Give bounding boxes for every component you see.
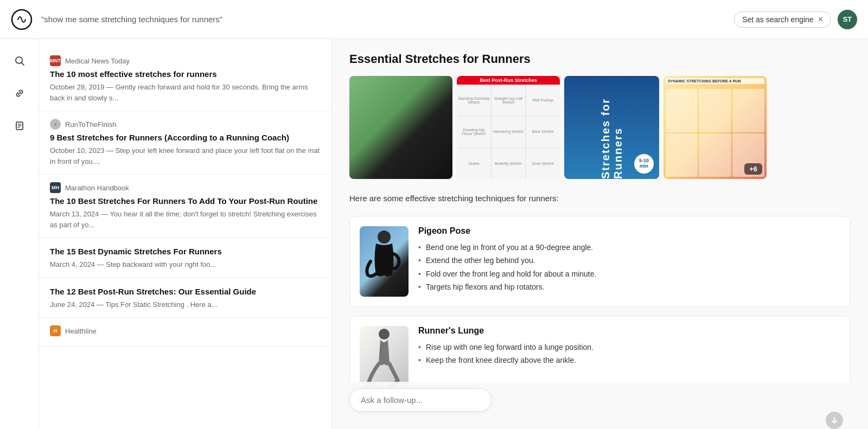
search-engine-label: Set as search engine — [742, 15, 814, 24]
result-source: H Healthline — [50, 325, 321, 336]
bullet-item: Rise up with one leg forward into a lung… — [418, 341, 840, 353]
note-icon-button[interactable] — [9, 115, 30, 137]
source-favicon: H — [50, 325, 61, 336]
result-item[interactable]: The 15 Best Dynamic Stretches For Runner… — [39, 238, 331, 278]
source-name: Healthline — [65, 327, 97, 335]
set-search-engine-pill[interactable]: Set as search engine × — [734, 11, 831, 28]
source-favicon: MH — [50, 182, 61, 193]
topbar: "show me some stretching techniques for … — [0, 0, 868, 39]
result-item[interactable]: H Healthline — [39, 318, 331, 347]
bullet-item: Keep the front knee directly above the a… — [418, 354, 840, 366]
result-item[interactable]: MH Marathon Handbook The 10 Best Stretch… — [39, 175, 331, 238]
result-title: The 10 most effective stretches for runn… — [50, 68, 321, 80]
bullet-item: Fold over the front leg and hold for abo… — [418, 268, 840, 280]
followup-submit-button[interactable] — [826, 412, 843, 429]
avatar[interactable]: ST — [838, 10, 857, 29]
content-title: Essential Stretches for Runners — [349, 52, 851, 66]
stretch-bullets: Rise up with one leg forward into a lung… — [418, 341, 840, 367]
result-title: The 12 Best Post-Run Stretches: Our Esse… — [50, 286, 321, 297]
search-icon-button[interactable] — [9, 50, 30, 72]
followup-wrapper — [349, 388, 851, 412]
search-query: "show me some stretching techniques for … — [41, 15, 725, 24]
source-favicon: ● — [50, 119, 61, 130]
source-favicon: MNT — [50, 55, 61, 66]
gallery-count: +6 — [749, 165, 757, 173]
result-snippet: October 10, 2023 — Step your left knee f… — [50, 145, 321, 167]
source-name: Marathon Handbook — [65, 184, 129, 192]
bullet-item: Bend one leg in front of you at a 90-deg… — [418, 241, 840, 253]
content-panel: Essential Stretches for Runners Best Pos… — [332, 39, 868, 429]
stretch-content: Pigeon Pose Bend one leg in front of you… — [418, 226, 840, 294]
result-source: MNT Medical News Today — [50, 55, 321, 66]
result-snippet: March 13, 2024 — You hear it all the tim… — [50, 209, 321, 230]
svg-line-2 — [21, 63, 24, 66]
close-pill-button[interactable]: × — [818, 15, 823, 24]
stretch-name: Runner's Lunge — [418, 326, 840, 336]
svg-point-8 — [378, 230, 391, 244]
pigeon-pose-image — [360, 226, 409, 297]
stretch-name: Pigeon Pose — [418, 226, 840, 236]
result-snippet: March 4, 2024 — Step backward with your … — [50, 259, 321, 270]
bullet-item: Targets hip flexors and hip rotators. — [418, 281, 840, 293]
gallery-image-4[interactable]: DYNAMIC STRETCHING BEFORE A RUN +6 — [663, 76, 767, 179]
followup-input[interactable] — [349, 388, 492, 412]
svg-point-9 — [379, 329, 390, 340]
result-snippet: June 24, 2024 — Tips For Static Stretchi… — [50, 299, 321, 310]
gallery-image-1[interactable] — [349, 76, 452, 179]
stretch-card-pigeon: Pigeon Pose Bend one leg in front of you… — [349, 216, 851, 307]
result-snippet: October 28, 2019 — Gently reach forward … — [50, 82, 321, 103]
icon-sidebar — [0, 39, 39, 429]
image-gallery: Best Post-Run Stretches Standing Doorste… — [349, 76, 851, 179]
result-title: The 15 Best Dynamic Stretches For Runner… — [50, 246, 321, 257]
link-icon-button[interactable] — [9, 82, 30, 104]
bullet-item: Extend the other leg behind you. — [418, 254, 840, 266]
svg-rect-7 — [349, 76, 452, 179]
source-name: RunToTheFinish — [65, 120, 117, 129]
topbar-right: Set as search engine × ST — [734, 10, 857, 29]
result-title: The 10 Best Stretches For Runners To Add… — [50, 195, 321, 207]
results-panel: MNT Medical News Today The 10 most effec… — [39, 39, 332, 429]
stretch-bullets: Bend one leg in front of you at a 90-deg… — [418, 241, 840, 293]
stretch-content: Runner's Lunge Rise up with one leg forw… — [418, 326, 840, 368]
result-item[interactable]: The 12 Best Post-Run Stretches: Our Esse… — [39, 278, 331, 318]
gallery-image-2[interactable]: Best Post-Run Stretches Standing Doorste… — [457, 76, 560, 179]
app-logo[interactable] — [11, 9, 33, 30]
result-source: ● RunToTheFinish — [50, 119, 321, 130]
gallery-image-3[interactable]: Stretches for Runners 5-10min — [564, 76, 659, 179]
main-layout: MNT Medical News Today The 10 most effec… — [0, 39, 868, 429]
followup-bar — [349, 382, 851, 416]
result-title: 9 Best Stretches for Runners (According … — [50, 132, 321, 143]
intro-text: Here are some effective stretching techn… — [349, 192, 851, 205]
result-source: MH Marathon Handbook — [50, 182, 321, 193]
result-item[interactable]: MNT Medical News Today The 10 most effec… — [39, 48, 331, 111]
result-item[interactable]: ● RunToTheFinish 9 Best Stretches for Ru… — [39, 111, 331, 175]
source-name: Medical News Today — [65, 57, 130, 65]
